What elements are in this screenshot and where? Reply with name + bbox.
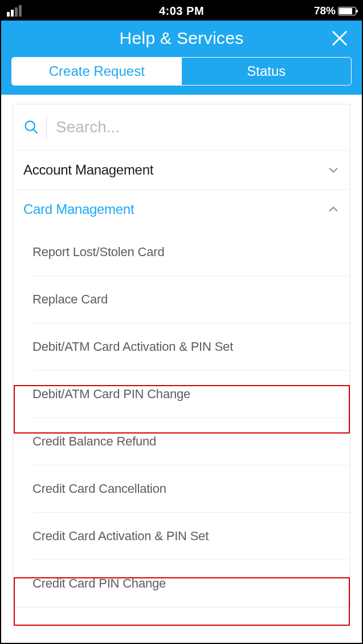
- sub-item-credit-pin-change[interactable]: Credit Card PIN Change: [32, 560, 350, 607]
- svg-point-2: [26, 121, 35, 131]
- tab-bar: Create Request Status: [11, 57, 352, 86]
- sub-item-report-lost-stolen[interactable]: Report Lost/Stolen Card: [32, 229, 350, 276]
- category-label: Account Management: [23, 162, 153, 178]
- svg-line-3: [34, 129, 38, 133]
- page-title: Help & Services: [1, 29, 362, 48]
- card-management-items: Report Lost/Stolen Card Replace Card Deb…: [13, 229, 350, 607]
- battery-icon: [338, 7, 356, 15]
- status-bar: 4:03 PM 78%: [1, 1, 362, 21]
- status-time: 4:03 PM: [1, 5, 362, 18]
- category-card-management[interactable]: Card Management: [13, 189, 350, 229]
- search-row[interactable]: [13, 104, 350, 150]
- sub-item-credit-balance-refund[interactable]: Credit Balance Refund: [32, 418, 350, 465]
- tab-status[interactable]: Status: [182, 58, 352, 85]
- sub-item-debit-activation-pin-set[interactable]: Debit/ATM Card Activation & PIN Set: [32, 323, 350, 370]
- category-label: Card Management: [23, 201, 134, 217]
- category-account-management[interactable]: Account Management: [13, 150, 350, 189]
- search-icon: [23, 119, 39, 135]
- chevron-up-icon: [327, 203, 340, 216]
- tab-create-request[interactable]: Create Request: [12, 58, 182, 85]
- sub-item-replace-card[interactable]: Replace Card: [32, 276, 350, 323]
- sub-item-credit-cancellation[interactable]: Credit Card Cancellation: [32, 465, 350, 512]
- sub-item-credit-activation-pin-set[interactable]: Credit Card Activation & PIN Set: [32, 512, 350, 560]
- close-icon[interactable]: [330, 29, 349, 48]
- app-header: Help & Services Create Request Status: [1, 21, 362, 95]
- search-input[interactable]: [46, 116, 340, 139]
- sub-item-debit-pin-change[interactable]: Debit/ATM Card PIN Change: [32, 370, 350, 418]
- chevron-down-icon: [327, 164, 340, 176]
